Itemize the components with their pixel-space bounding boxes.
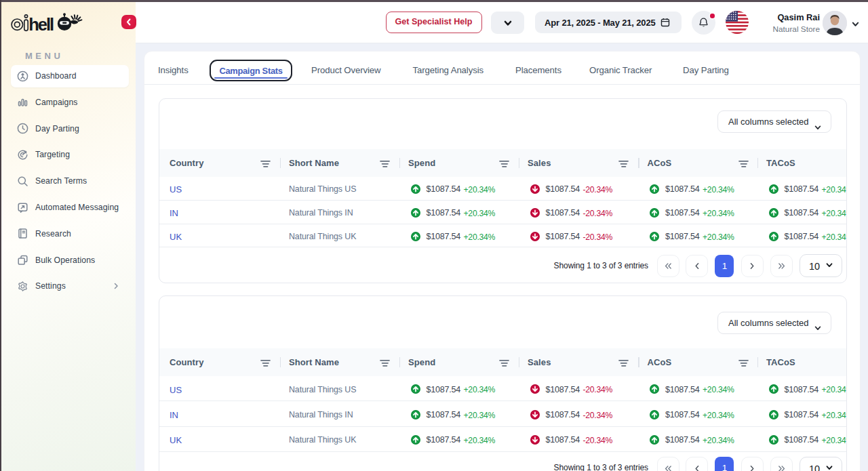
svg-text:hell: hell [28, 15, 54, 32]
